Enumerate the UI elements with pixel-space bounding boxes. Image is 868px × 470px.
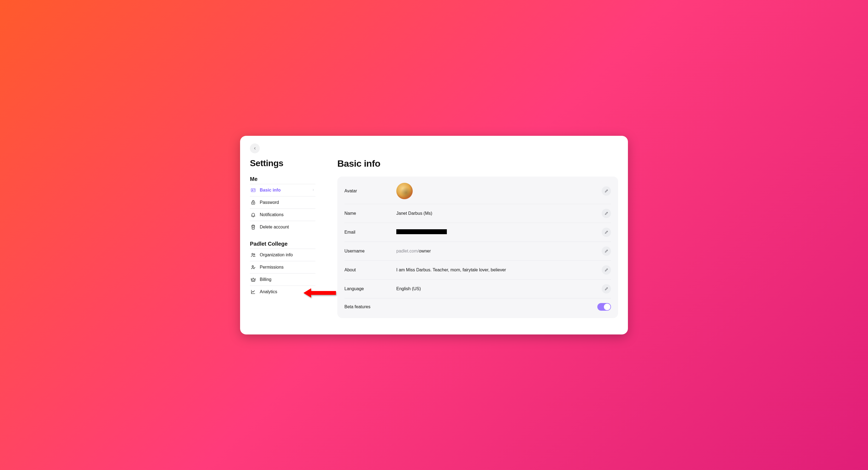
redacted-email (396, 229, 447, 234)
user-check-icon (250, 265, 256, 270)
sidebar-item-label: Password (260, 200, 279, 205)
id-card-icon (250, 187, 256, 193)
back-button[interactable] (250, 143, 260, 153)
row-label: Language (344, 286, 396, 291)
sidebar-item-delete-account[interactable]: Delete account (250, 221, 315, 233)
sidebar-title: Settings (250, 158, 315, 168)
chart-line-icon (250, 289, 256, 295)
sidebar-item-label: Permissions (260, 265, 283, 270)
sidebar-section-me-label: Me (250, 176, 315, 182)
main-content: Basic info Avatar Name Janet Darbus (Ms) (337, 158, 618, 318)
toggle-knob (604, 303, 611, 310)
sidebar: Settings Me Basic info Pa (250, 158, 315, 318)
edit-about-button[interactable] (602, 265, 611, 275)
username-prefix: padlet.com/ (396, 249, 419, 253)
basic-info-panel: Avatar Name Janet Darbus (Ms) (337, 177, 618, 318)
pencil-icon (604, 268, 609, 272)
sidebar-item-analytics[interactable]: Analytics (250, 286, 315, 298)
row-value: I am Miss Darbus. Teacher, mom, fairytal… (396, 267, 602, 272)
pencil-icon (604, 287, 609, 291)
bell-icon (250, 212, 256, 217)
sidebar-item-password[interactable]: Password (250, 197, 315, 209)
sidebar-item-permissions[interactable]: Permissions (250, 261, 315, 273)
svg-point-4 (252, 253, 253, 255)
sidebar-item-label: Analytics (260, 289, 277, 294)
chevron-left-icon (253, 146, 257, 150)
trash-icon (250, 224, 256, 230)
sidebar-item-notifications[interactable]: Notifications (250, 209, 315, 221)
edit-email-button[interactable] (602, 228, 611, 237)
row-value (396, 183, 602, 199)
row-label: Beta features (344, 304, 597, 309)
sidebar-item-label: Basic info (260, 188, 280, 193)
row-avatar: Avatar (344, 178, 611, 204)
row-email: Email (344, 223, 611, 242)
sidebar-section-me: Basic info Password Notifications (250, 184, 315, 233)
sidebar-item-label: Organization info (260, 253, 293, 257)
sidebar-item-organization-info[interactable]: Organization info (250, 249, 315, 261)
row-label: Username (344, 249, 396, 254)
row-label: About (344, 267, 396, 272)
row-value (396, 229, 602, 235)
sidebar-item-label: Notifications (260, 212, 283, 217)
row-about: About I am Miss Darbus. Teacher, mom, fa… (344, 261, 611, 280)
sidebar-item-label: Billing (260, 277, 272, 282)
beta-features-toggle[interactable] (597, 303, 611, 311)
row-beta-features: Beta features (344, 298, 611, 315)
edit-language-button[interactable] (602, 284, 611, 293)
sidebar-section-org-label: Padlet College (250, 241, 315, 247)
pencil-icon (604, 230, 609, 234)
sidebar-item-basic-info[interactable]: Basic info (250, 184, 315, 197)
svg-point-6 (252, 266, 253, 267)
username-value: owner (419, 249, 431, 253)
row-username: Username padlet.com/owner (344, 242, 611, 261)
edit-avatar-button[interactable] (602, 186, 611, 196)
edit-name-button[interactable] (602, 209, 611, 218)
row-label: Email (344, 230, 396, 235)
pencil-icon (604, 211, 609, 215)
row-label: Avatar (344, 188, 396, 194)
row-value: English (US) (396, 286, 602, 291)
users-icon (250, 252, 256, 258)
svg-point-3 (253, 203, 253, 203)
row-name: Name Janet Darbus (Ms) (344, 204, 611, 223)
crown-icon (250, 277, 256, 282)
chevron-right-icon (312, 188, 315, 193)
sidebar-item-billing[interactable]: Billing (250, 273, 315, 286)
row-value: padlet.com/owner (396, 249, 602, 254)
avatar (396, 183, 413, 199)
edit-username-button[interactable] (602, 246, 611, 256)
svg-point-1 (252, 189, 253, 190)
svg-point-5 (254, 254, 255, 255)
lock-icon (250, 200, 256, 205)
page-title: Basic info (337, 158, 618, 169)
pencil-icon (604, 249, 609, 253)
sidebar-section-org: Organization info Permissions Billing (250, 249, 315, 298)
settings-card: Settings Me Basic info Pa (240, 136, 628, 334)
svg-rect-0 (251, 188, 255, 192)
row-label: Name (344, 211, 396, 216)
pencil-icon (604, 189, 609, 193)
row-value: Janet Darbus (Ms) (396, 211, 602, 216)
row-language: Language English (US) (344, 280, 611, 298)
sidebar-item-label: Delete account (260, 225, 289, 230)
